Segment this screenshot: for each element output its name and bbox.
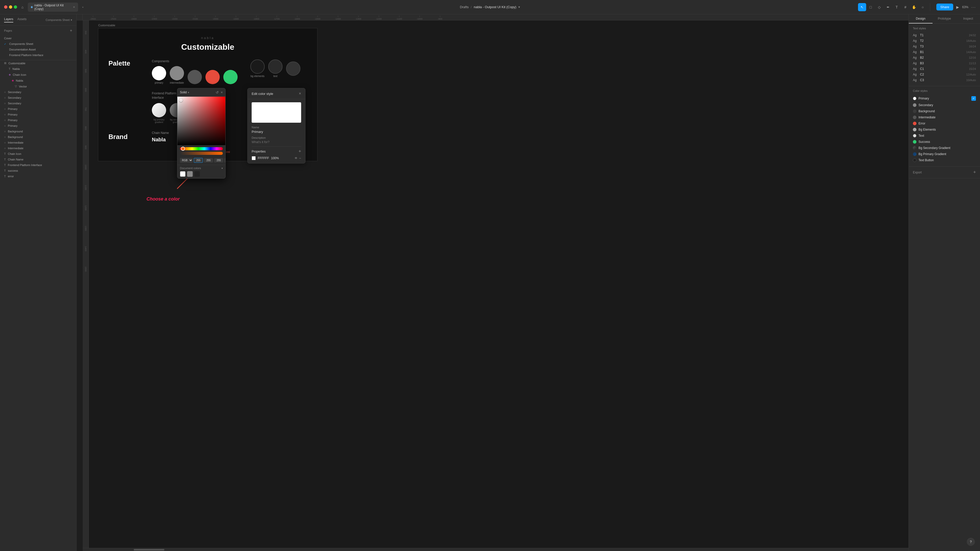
help-button[interactable]: ? [967,538,975,546]
add-export-button[interactable]: + [973,170,976,175]
cs-primary[interactable]: Primary ✓ [913,95,976,102]
add-property-button[interactable]: + [298,149,301,154]
circle-fg-primary[interactable] [152,103,166,118]
layer-chain-name[interactable]: T Chain Name [0,157,76,162]
frame-tool[interactable]: □ [867,3,875,11]
layer-nabla-2[interactable]: ◈ Nabla [0,78,76,83]
picker-reset-button[interactable]: ↺ [216,90,219,94]
page-documentation[interactable]: Documentation Asset [0,47,76,52]
play-button[interactable]: ▶ [956,5,959,9]
circle-bg-third[interactable] [286,62,301,76]
cs-secondary[interactable]: Secondary [913,102,976,108]
comment-tool[interactable]: ○ [919,3,927,11]
scrollbar-thumb[interactable] [134,549,164,551]
cs-intermediate[interactable]: Intermediate [913,114,976,121]
layer-background-1[interactable]: ○ Background [0,129,76,134]
visibility-button[interactable]: 👁 [294,156,298,160]
swatch-dark[interactable] [194,171,200,177]
breadcrumb-file[interactable]: nabla - Outpost UI Kit (Copy) [474,5,516,9]
circle-green-el[interactable] [223,70,238,84]
breadcrumb-drafts[interactable]: Drafts [460,5,469,9]
file-tab[interactable]: nabla - Outpost UI Kit (Copy) × [28,3,78,12]
circle-white[interactable] [152,66,166,80]
ts-T2[interactable]: Ag T2 18/Auto [913,38,976,44]
ts-C2[interactable]: Ag C2 12/Auto [913,72,976,77]
add-tab-button[interactable]: + [80,4,86,10]
circle-bg-dark[interactable] [250,59,265,74]
add-page-button[interactable]: + [70,28,72,33]
tab-layers[interactable]: Layers [4,17,13,22]
picker-solid-dropdown[interactable]: Solid ▾ [180,91,189,94]
cs-error[interactable]: Error [913,121,976,127]
ts-T1[interactable]: Ag T1 24/32 [913,32,976,38]
layer-secondary-1[interactable]: ○ Secondary [0,89,76,95]
tab-inspect[interactable]: Inspect [956,14,980,24]
layer-nabla-1[interactable]: T Nabla [0,66,76,72]
b-input[interactable] [214,158,223,162]
page-frontend[interactable]: Frontend Platform Interface [0,52,76,58]
layer-secondary-2[interactable]: ○ Secondary [0,95,76,100]
name-input[interactable] [251,130,301,134]
pen-tool[interactable]: ✒ [884,3,892,11]
edit-panel-close-button[interactable]: × [299,91,301,96]
cs-text-button[interactable]: Text Button [913,157,976,163]
page-cover[interactable]: Cover [0,35,76,41]
canvas-background[interactable]: 300 400 500 600 700 800 900 1000 1100 12… [83,21,908,548]
layer-intermediate-1[interactable]: ○ Intermediate [0,140,76,145]
opacity-input[interactable] [224,158,226,162]
layer-vector[interactable]: ▽ Vector [0,83,76,89]
ts-C3[interactable]: Ag C3 10/Auto [913,77,976,83]
move-tool[interactable]: ↖ [858,3,866,11]
page-components-sheet[interactable]: ✓ Components Sheet [0,41,76,47]
layer-frontend-text[interactable]: T Frontend Platform Interface [0,162,76,168]
tab-design[interactable]: Design [909,14,932,24]
circle-red-el[interactable] [205,70,220,84]
g-input[interactable] [204,158,213,162]
desc-input[interactable] [251,140,301,144]
cs-text[interactable]: Text [913,133,976,139]
home-icon[interactable]: ⌂ [19,3,26,11]
minimize-window[interactable] [9,5,12,9]
cs-background[interactable]: Background [913,108,976,114]
layer-primary-1[interactable]: ○ Primary [0,106,76,112]
component-tool[interactable]: # [901,3,910,11]
opacity-slider[interactable] [180,152,223,155]
property-swatch[interactable] [251,156,256,160]
layer-primary-2[interactable]: ○ Primary [0,112,76,118]
color-gradient-area[interactable] [177,97,225,145]
layer-chain-icon-text[interactable]: T Chain Icon [0,151,76,157]
more-options[interactable]: ··· [971,5,976,9]
layer-primary-4[interactable]: ○ Primary [0,123,76,129]
layer-success[interactable]: T success [0,168,76,173]
r-input[interactable] [194,158,203,163]
hue-slider[interactable] [180,147,223,150]
layer-secondary-3[interactable]: ○ Secondary [0,100,76,106]
tab-assets[interactable]: Assets [18,17,27,22]
swatch-white[interactable] [180,171,186,177]
ts-B1[interactable]: Ag B1 14/Auto [913,49,976,55]
ts-B2[interactable]: Ag B2 12/16 [913,55,976,60]
hand-tool[interactable]: ✋ [910,3,918,11]
layer-chain-icon[interactable]: ◈ Chain Icon [0,72,76,78]
layer-error[interactable]: T error [0,173,76,179]
share-button[interactable]: Share [936,3,953,11]
text-tool[interactable]: T [893,3,901,11]
remove-property-button[interactable]: − [299,156,301,160]
zoom-level[interactable]: 63% [962,5,968,9]
cs-success[interactable]: Success [913,139,976,145]
tab-close[interactable]: × [73,5,75,9]
close-window[interactable] [4,5,7,9]
ts-T3[interactable]: Ag T3 16/24 [913,44,976,49]
horizontal-scrollbar[interactable] [83,548,908,551]
cs-bg-primary-gradient[interactable]: Bg Primary Gradient [913,151,976,157]
layer-customizable[interactable]: ⊞ Customizable [0,60,76,66]
color-mode-select[interactable]: RGB HSL HEX [180,158,192,163]
ts-B3[interactable]: Ag B3 11/13 [913,60,976,66]
breadcrumb-arrow[interactable]: ▾ [518,5,520,9]
layer-intermediate-2[interactable]: ○ Intermediate [0,145,76,151]
maximize-window[interactable] [14,5,17,9]
circle-gray[interactable] [170,66,184,80]
layer-background-2[interactable]: ○ Background [0,134,76,140]
tab-prototype[interactable]: Prototype [932,14,956,24]
swatch-gray[interactable] [187,171,192,177]
